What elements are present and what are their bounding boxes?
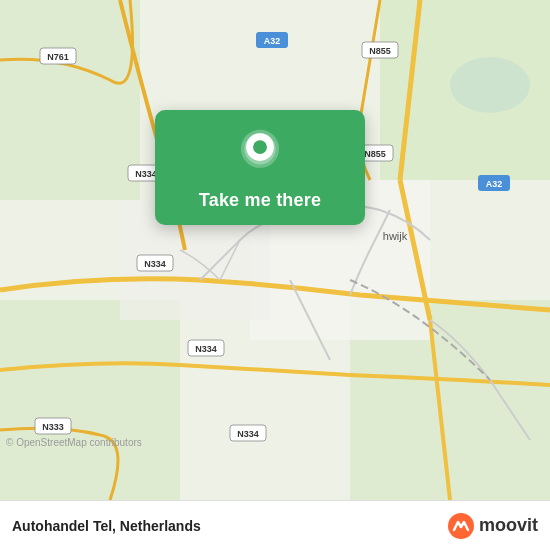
location-name: Autohandel Tel, Netherlands [12, 518, 201, 534]
map-background: N761 A32 A32 N855 N855 N334 N334 N334 N3… [0, 0, 550, 500]
svg-text:N334: N334 [144, 259, 166, 269]
svg-rect-3 [0, 0, 140, 200]
svg-text:hwijk: hwijk [383, 230, 408, 242]
take-me-there-button[interactable]: Take me there [199, 190, 321, 211]
moovit-logo: moovit [447, 512, 538, 540]
svg-text:A32: A32 [486, 179, 503, 189]
map-container: N761 A32 A32 N855 N855 N334 N334 N334 N3… [0, 0, 550, 500]
svg-text:N333: N333 [42, 422, 64, 432]
svg-text:A32: A32 [264, 36, 281, 46]
osm-attribution: © OpenStreetMap contributors [6, 437, 142, 448]
svg-text:N855: N855 [369, 46, 391, 56]
moovit-icon [447, 512, 475, 540]
svg-text:N761: N761 [47, 52, 69, 62]
location-pin-icon [234, 128, 286, 180]
svg-text:N334: N334 [237, 429, 259, 439]
bottom-bar: Autohandel Tel, Netherlands moovit [0, 500, 550, 550]
svg-text:N334: N334 [135, 169, 157, 179]
moovit-text: moovit [479, 515, 538, 536]
location-info: Autohandel Tel, Netherlands [12, 518, 201, 534]
svg-text:N334: N334 [195, 344, 217, 354]
popup-card[interactable]: Take me there [155, 110, 365, 225]
svg-text:N855: N855 [364, 149, 386, 159]
svg-rect-4 [0, 300, 180, 500]
